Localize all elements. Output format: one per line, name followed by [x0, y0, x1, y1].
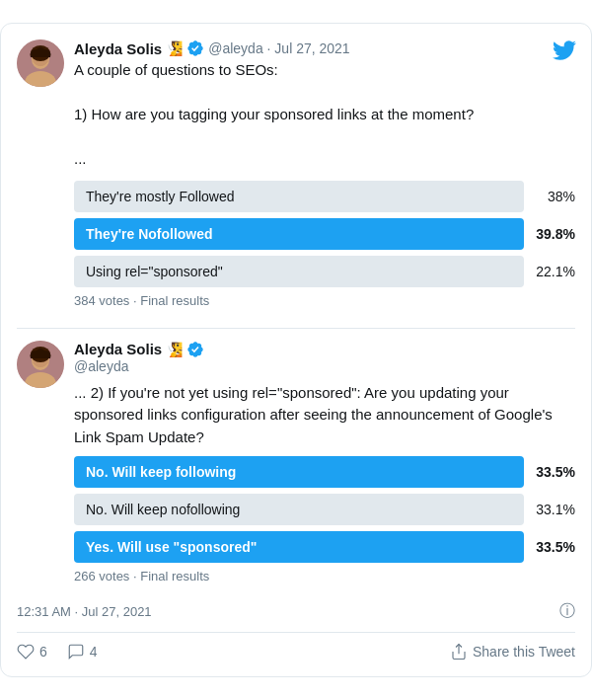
- second-tweet-avatar: [17, 341, 64, 388]
- second-tweet-text: ... 2) If you're not yet using rel="spon…: [74, 382, 575, 449]
- second-poll-bar-2: No. Will keep nofollowing: [74, 494, 524, 525]
- second-poll-percent-3: 33.5%: [534, 539, 575, 555]
- first-tweet-content: Aleyda Solis 🧏 @aleyda · Jul 27, 2021 A …: [74, 39, 575, 316]
- share-label: Share this Tweet: [473, 644, 575, 660]
- comment-count: 4: [90, 644, 98, 660]
- poll-bar-wrapper-3: Using rel="sponsored": [74, 256, 524, 287]
- info-icon[interactable]: ⓘ: [559, 601, 575, 622]
- like-action[interactable]: 6: [17, 643, 47, 661]
- second-poll-option-3: Yes. Will use "sponsored" 33.5%: [74, 531, 575, 563]
- first-poll: They're mostly Followed 38% They're Nofo…: [74, 181, 575, 308]
- action-bar: 6 4 Share this Tweet: [17, 632, 575, 661]
- first-author-name: Aleyda Solis: [74, 40, 162, 57]
- first-tweet-text: A couple of questions to SEOs: 1) How ar…: [74, 59, 575, 171]
- second-author-emoji: 🧏: [166, 342, 183, 357]
- second-poll-bar-3: Yes. Will use "sponsored": [74, 531, 524, 563]
- second-poll-meta: 266 votes · Final results: [74, 569, 575, 583]
- poll-option-2: They're Nofollowed 39.8%: [74, 218, 575, 250]
- second-poll-bar-wrapper-2: No. Will keep nofollowing: [74, 494, 524, 525]
- tweet-footer: 12:31 AM · Jul 27, 2021 ⓘ 6 4: [17, 601, 575, 661]
- footer-meta: 12:31 AM · Jul 27, 2021 ⓘ: [17, 601, 575, 622]
- poll-percent-3: 22.1%: [534, 264, 575, 279]
- tweet-divider: [17, 328, 575, 329]
- second-handle: @aleyda: [74, 358, 575, 374]
- poll-bar-wrapper-1: They're mostly Followed: [74, 181, 524, 212]
- first-verified-icon: [186, 39, 204, 57]
- second-poll-option-1: No. Will keep following 33.5%: [74, 456, 575, 488]
- second-verified-icon: [186, 341, 204, 358]
- first-poll-meta: 384 votes · Final results: [74, 293, 575, 308]
- poll-bar-2: They're Nofollowed: [74, 218, 524, 250]
- second-poll-bar-wrapper-1: No. Will keep following: [74, 456, 524, 488]
- like-count: 6: [39, 644, 47, 660]
- poll-option-1: They're mostly Followed 38%: [74, 181, 575, 212]
- poll-option-3: Using rel="sponsored" 22.1%: [74, 256, 575, 287]
- second-poll: No. Will keep following 33.5% No. Will k…: [74, 456, 575, 583]
- first-tweet-avatar: [17, 39, 64, 87]
- first-author-emoji: 🧏: [166, 40, 183, 56]
- tweet-timestamp: 12:31 AM · Jul 27, 2021: [17, 604, 152, 619]
- comment-action[interactable]: 4: [67, 643, 98, 661]
- first-handle-date: @aleyda · Jul 27, 2021: [208, 40, 349, 56]
- poll-bar-wrapper-2: They're Nofollowed: [74, 218, 524, 250]
- tweet-card: Aleyda Solis 🧏 @aleyda · Jul 27, 2021 A …: [0, 23, 592, 677]
- second-poll-bar-1: No. Will keep following: [74, 456, 524, 488]
- poll-bar-1: They're mostly Followed: [74, 181, 524, 212]
- second-tweet: Aleyda Solis 🧏 @aleyda ... 2) If you're …: [17, 341, 575, 592]
- share-action[interactable]: Share this Tweet: [450, 643, 575, 661]
- second-poll-option-2: No. Will keep nofollowing 33.1%: [74, 494, 575, 525]
- second-tweet-header: Aleyda Solis 🧏: [74, 341, 575, 358]
- second-poll-percent-1: 33.5%: [534, 464, 575, 480]
- poll-bar-3: Using rel="sponsored": [74, 256, 524, 287]
- second-tweet-content: Aleyda Solis 🧏 @aleyda ... 2) If you're …: [74, 341, 575, 592]
- poll-percent-2: 39.8%: [534, 226, 575, 242]
- first-tweet-header: Aleyda Solis 🧏 @aleyda · Jul 27, 2021: [74, 39, 575, 57]
- second-author-name: Aleyda Solis: [74, 341, 162, 357]
- first-tweet: Aleyda Solis 🧏 @aleyda · Jul 27, 2021 A …: [17, 39, 575, 316]
- second-poll-percent-2: 33.1%: [534, 502, 575, 517]
- twitter-bird-icon: [553, 39, 576, 65]
- second-poll-bar-wrapper-3: Yes. Will use "sponsored": [74, 531, 524, 563]
- poll-percent-1: 38%: [534, 189, 575, 204]
